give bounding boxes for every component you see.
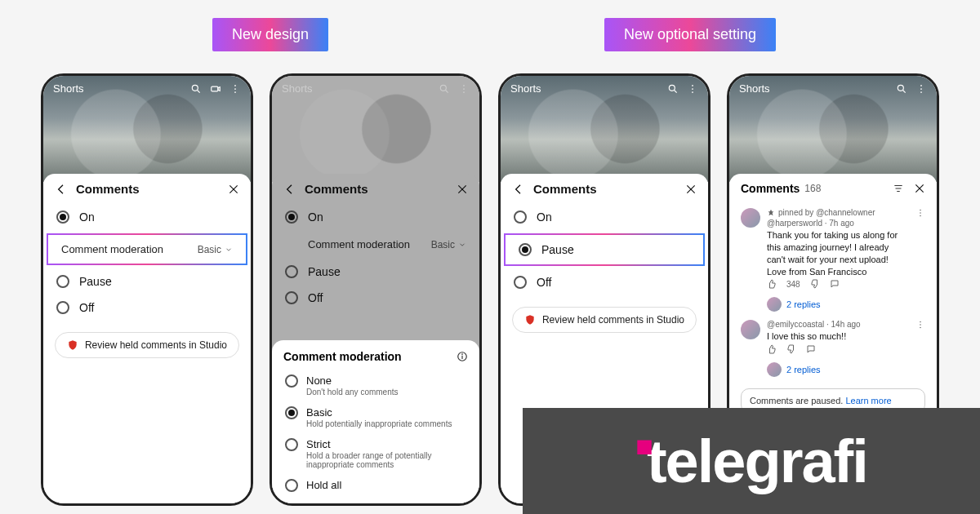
review-button[interactable]: Review held comments in Studio (55, 332, 239, 358)
dislike-icon[interactable] (786, 344, 796, 354)
comment-actions (767, 344, 909, 354)
moderation-value: Basic (198, 244, 221, 255)
comment-meta: @harpersworld · 7h ago (767, 219, 909, 228)
phone-2: Shorts Comments On Comment moderati (270, 73, 482, 506)
sort-icon[interactable] (893, 183, 904, 194)
like-icon[interactable] (767, 344, 777, 354)
option-off[interactable]: Off (501, 269, 708, 295)
svg-point-17 (462, 354, 463, 355)
svg-point-12 (463, 91, 465, 93)
shorts-tab[interactable]: Shorts (510, 82, 541, 95)
option-off[interactable]: Off (272, 285, 479, 311)
like-icon[interactable] (767, 279, 777, 289)
option-on[interactable]: On (501, 204, 708, 230)
info-icon[interactable] (457, 351, 468, 362)
moderation-value: Basic (431, 239, 455, 250)
more-icon[interactable] (915, 83, 927, 95)
watermark: ■ telegrafi (523, 408, 980, 514)
mod-option-basic[interactable]: BasicHold potentially inappropriate comm… (283, 401, 468, 433)
mod-basic-desc: Hold potentially inappropriate comments (306, 419, 452, 428)
sheet-title: Comments (76, 182, 140, 196)
svg-point-3 (234, 85, 236, 86)
shorts-tab[interactable]: Shorts (282, 82, 313, 95)
option-pause[interactable]: Pause (272, 259, 479, 285)
comments-title: Comments (741, 182, 800, 195)
dislike-icon[interactable] (810, 279, 820, 289)
moderation-sheet-header: Comment moderation (283, 350, 468, 363)
moderation-label: Comment moderation (308, 238, 410, 250)
more-icon[interactable] (687, 83, 698, 95)
option-on-label: On (537, 210, 552, 224)
option-on[interactable]: On (43, 204, 251, 230)
option-on-label: On (308, 210, 323, 224)
mod-strict-desc: Hold a broader range of potentially inap… (306, 451, 466, 469)
radio-on-icon (285, 210, 298, 224)
comments-count: 168 (804, 183, 821, 194)
comments-header: Comments 168 (729, 174, 937, 203)
moderation-row[interactable]: Comment moderation Basic (48, 235, 246, 264)
svg-point-20 (692, 85, 693, 86)
search-icon[interactable] (190, 83, 202, 95)
search-icon[interactable] (667, 83, 679, 95)
back-icon[interactable] (55, 183, 68, 196)
pause-highlight: Pause (504, 233, 705, 266)
review-label: Review held comments in Studio (542, 314, 684, 326)
svg-point-18 (669, 85, 675, 91)
review-label: Review held comments in Studio (85, 339, 227, 351)
option-pause[interactable]: Pause (506, 235, 703, 264)
more-icon[interactable] (458, 83, 470, 95)
back-icon[interactable] (283, 183, 296, 196)
chevron-down-icon (225, 246, 233, 254)
svg-point-29 (920, 91, 922, 93)
video-top-bar: Shorts (53, 82, 241, 95)
svg-point-39 (920, 325, 921, 326)
svg-point-8 (440, 85, 446, 91)
shorts-tab[interactable]: Shorts (53, 82, 84, 95)
radio-on-icon (56, 210, 69, 224)
shield-icon (67, 339, 78, 351)
mod-option-none[interactable]: NoneDon't hold any comments (283, 370, 468, 401)
option-pause[interactable]: Pause (43, 268, 251, 295)
more-icon[interactable] (915, 208, 925, 218)
svg-point-25 (898, 85, 903, 91)
option-off[interactable]: Off (43, 295, 251, 321)
svg-line-1 (198, 90, 200, 92)
svg-point-10 (463, 85, 465, 86)
search-icon[interactable] (896, 83, 907, 95)
svg-point-36 (920, 212, 921, 214)
moderation-row[interactable]: Comment moderation Basic (272, 230, 479, 259)
mod-option-holdall[interactable]: Hold all (283, 474, 468, 497)
close-icon[interactable] (457, 184, 468, 195)
svg-line-26 (903, 90, 906, 92)
back-icon[interactable] (512, 183, 525, 196)
close-icon[interactable] (228, 184, 239, 195)
avatar-icon (741, 320, 760, 339)
comment-2[interactable]: @emilyccoastal · 14h ago I love this so … (729, 315, 937, 359)
svg-point-21 (692, 88, 693, 90)
replies-1[interactable]: 2 replies (729, 294, 937, 315)
camera-icon[interactable] (210, 83, 221, 95)
more-icon[interactable] (229, 83, 241, 95)
replies-2[interactable]: 2 replies (729, 359, 937, 380)
video-thumbnail: Shorts (272, 76, 479, 182)
mod-option-strict[interactable]: StrictHold a broader range of potentiall… (283, 433, 468, 474)
close-icon[interactable] (914, 183, 925, 194)
reply-icon[interactable] (830, 279, 840, 289)
review-button[interactable]: Review held comments in Studio (512, 307, 697, 333)
option-pause-label: Pause (308, 265, 341, 278)
comments-settings-sheet: Comments On Comment moderation Basic (43, 174, 251, 503)
learn-more-link[interactable]: Learn more (845, 396, 891, 405)
search-icon[interactable] (439, 83, 450, 95)
comment-1[interactable]: pinned by @channelowner @harpersworld · … (729, 203, 937, 294)
close-icon[interactable] (685, 184, 697, 195)
radio-pause-icon (519, 243, 532, 256)
reply-icon[interactable] (806, 344, 816, 354)
moderation-highlight: Comment moderation Basic (47, 233, 247, 265)
svg-point-22 (692, 91, 693, 93)
more-icon[interactable] (915, 320, 925, 330)
chevron-down-icon (458, 241, 466, 249)
moderation-label: Comment moderation (61, 243, 163, 255)
option-on[interactable]: On (272, 204, 479, 230)
shorts-tab[interactable]: Shorts (739, 82, 770, 95)
radio-off-icon (56, 301, 69, 314)
